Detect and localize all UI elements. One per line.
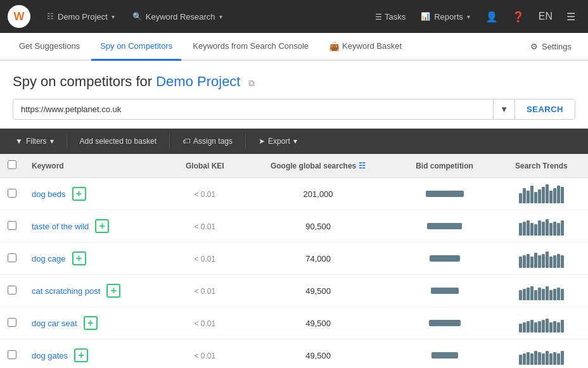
settings-icon: ⚙ (530, 42, 538, 51)
trend-bar (527, 191, 530, 203)
select-all-checkbox[interactable] (8, 160, 16, 169)
url-dropdown-button[interactable]: ▼ (493, 99, 514, 119)
reports-caret: ▾ (467, 13, 470, 20)
trend-bar (523, 222, 526, 236)
keywords-table: Keyword Global KEI Google global searche… (0, 154, 588, 368)
external-link-icon: ⧉ (248, 78, 255, 88)
google-global-searches-column-header[interactable]: Google global searches ☷ (242, 154, 395, 178)
trend-bar (538, 352, 541, 365)
trend-bar (530, 353, 534, 365)
trend-bar (549, 191, 553, 203)
kei-value: < 0.01 (194, 255, 215, 263)
tasks-label: Tasks (385, 12, 406, 22)
tab-keyword-basket[interactable]: 👜 Keyword Basket (320, 33, 411, 61)
url-bar: ▼ SEARCH (13, 99, 575, 120)
trend-bar (534, 290, 537, 300)
reports-button[interactable]: 📊 Reports ▾ (414, 8, 476, 25)
row-checkbox-0[interactable] (8, 189, 16, 198)
keyword-link[interactable]: taste of the wild (32, 222, 89, 231)
searches-value: 49,500 (242, 275, 395, 307)
bid-competition-column-header[interactable]: Bid competition (394, 154, 494, 178)
keyword-link[interactable]: dog gates (32, 351, 68, 360)
trend-bar (530, 257, 534, 268)
tab-get-suggestions[interactable]: Get Suggestions (10, 33, 89, 61)
trend-chart (502, 346, 580, 365)
menu-button[interactable]: ☰ (561, 7, 580, 27)
add-to-basket-row-button[interactable]: + (74, 348, 88, 362)
search-button[interactable]: SEARCH (514, 99, 575, 119)
project-selector[interactable]: ☷ Demo Project ▾ (41, 8, 121, 25)
google-searches-sort[interactable]: Google global searches ☷ (271, 162, 366, 170)
trend-bar (527, 254, 530, 268)
table-row: cat scratching post + < 0.0149,500 (0, 275, 588, 307)
add-to-basket-button[interactable]: Add selected to basket (75, 134, 162, 148)
trend-bar (546, 351, 549, 365)
trend-bar (557, 322, 560, 333)
trend-bar (557, 186, 560, 203)
trend-bar (523, 255, 526, 268)
trend-bar (557, 223, 560, 236)
export-icon: ➤ (259, 137, 265, 146)
bid-competition-cell (394, 243, 494, 275)
keyword-link[interactable]: dog beds (32, 189, 66, 199)
add-to-basket-row-button[interactable]: + (95, 219, 109, 233)
trend-bar (534, 322, 537, 333)
keyword-link[interactable]: cat scratching post (32, 286, 100, 296)
bid-bar (431, 288, 459, 294)
add-to-basket-label: Add selected to basket (80, 137, 157, 146)
add-to-basket-row-button[interactable]: + (72, 187, 86, 201)
select-all-header (0, 154, 24, 178)
export-button[interactable]: ➤ Export ▾ (253, 134, 302, 148)
row-checkbox-4[interactable] (8, 318, 16, 327)
settings-button[interactable]: ⚙ Settings (524, 38, 578, 55)
language-button[interactable]: EN (534, 7, 558, 26)
trend-bar (534, 192, 537, 203)
trend-bar (538, 321, 541, 333)
trend-bar (530, 223, 534, 236)
kei-value: < 0.01 (194, 352, 215, 360)
keyword-research-selector[interactable]: 🔍 Keyword Research ▾ (126, 8, 229, 25)
trend-bar (557, 353, 560, 365)
tab-spy-on-competitors[interactable]: Spy on Competitors (91, 33, 181, 61)
add-to-basket-row-button[interactable]: + (106, 284, 120, 298)
user-icon-button[interactable]: 👤 (480, 7, 503, 27)
global-kei-column-header[interactable]: Global KEI (168, 154, 242, 178)
add-to-basket-row-button[interactable]: + (84, 316, 98, 330)
trend-bar (527, 321, 530, 333)
filter-icon: ▼ (15, 137, 23, 146)
row-checkbox-5[interactable] (8, 350, 16, 359)
trend-bar (553, 188, 556, 203)
search-trends-column-header: Search Trends (495, 154, 588, 178)
tasks-button[interactable]: ☰ Tasks (370, 7, 411, 26)
trend-bar (523, 188, 526, 203)
keyword-link[interactable]: dog car seat (32, 319, 77, 328)
url-input[interactable] (13, 99, 493, 119)
keyword-link[interactable]: dog cage (32, 254, 66, 263)
add-to-basket-row-button[interactable]: + (72, 251, 86, 265)
trend-bar (561, 351, 564, 365)
project-link[interactable]: Demo Project (156, 73, 240, 89)
trend-bar (538, 255, 541, 268)
trend-bar (527, 288, 530, 300)
row-checkbox-2[interactable] (8, 253, 16, 262)
table-row: dog cage + < 0.0174,000 (0, 243, 588, 275)
kei-value: < 0.01 (194, 190, 215, 199)
row-checkbox-3[interactable] (8, 286, 16, 295)
keywords-table-container: Keyword Global KEI Google global searche… (0, 154, 588, 368)
help-icon-button[interactable]: ❓ (507, 7, 530, 27)
tab-keywords-from-search-console[interactable]: Keywords from Search Console (184, 33, 317, 61)
filters-button[interactable]: ▼ Filters ▾ (10, 134, 59, 148)
trend-bar (542, 353, 545, 365)
bid-competition-cell (394, 178, 494, 210)
keyword-column-header: Keyword (24, 154, 168, 178)
trend-bar (530, 186, 534, 203)
row-checkbox-1[interactable] (8, 221, 16, 230)
trend-bar (530, 286, 534, 300)
assign-tags-button[interactable]: 🏷 Assign tags (177, 134, 238, 148)
reports-label: Reports (434, 12, 463, 22)
global-kei-sort[interactable]: Global KEI (186, 162, 224, 170)
trend-bar (523, 289, 526, 300)
trend-bar (538, 189, 541, 203)
top-nav: W ☷ Demo Project ▾ 🔍 Keyword Research ▾ … (0, 0, 588, 33)
trend-bar (546, 319, 549, 333)
